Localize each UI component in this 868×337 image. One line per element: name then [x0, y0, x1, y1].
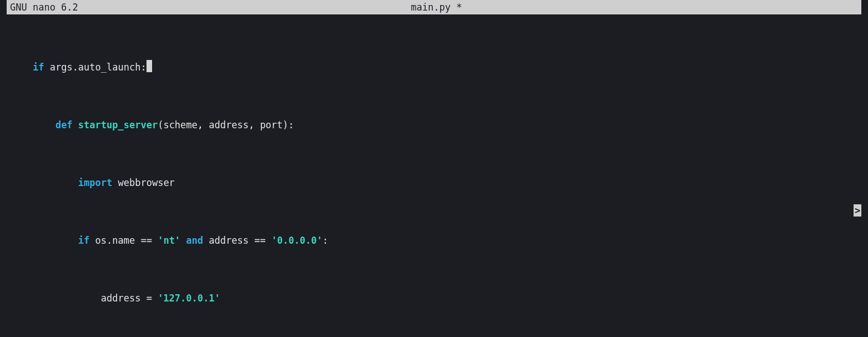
- text-cursor: [147, 60, 152, 72]
- terminal-window: GNU nano 6.2 main.py * if args.auto_laun…: [0, 0, 868, 337]
- code-line: import webbrowser: [10, 175, 868, 190]
- code-line: def startup_server(scheme, address, port…: [10, 118, 868, 132]
- nano-titlebar: GNU nano 6.2 main.py *: [7, 0, 861, 14]
- nano-file-name: main.py *: [78, 0, 795, 14]
- nano-editor-area[interactable]: if args.auto_launch: def startup_server(…: [0, 14, 868, 337]
- nano-app-name: GNU nano 6.2: [7, 0, 78, 14]
- code-line: address = '127.0.0.1': [10, 291, 868, 305]
- line-truncated-indicator: >: [854, 204, 861, 217]
- code-line: if args.auto_launch:: [10, 60, 868, 74]
- code-line: if os.name == 'nt' and address == '0.0.0…: [10, 233, 868, 248]
- titlebar-spacer: [795, 0, 861, 14]
